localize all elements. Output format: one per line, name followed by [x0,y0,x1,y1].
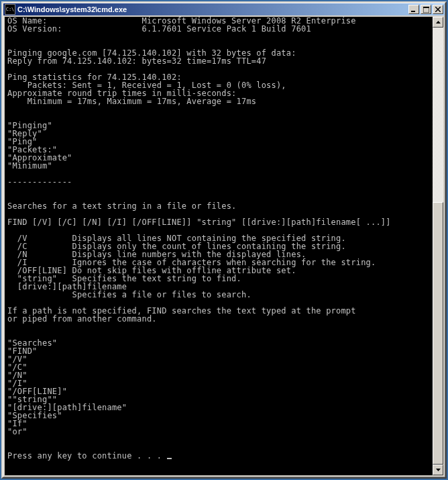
console-area: OS Name: Microsoft Windows Server 2008 R… [5,17,443,475]
svg-rect-2 [423,7,429,8]
scroll-down-button[interactable] [433,465,443,475]
console-output[interactable]: OS Name: Microsoft Windows Server 2008 R… [5,17,433,475]
scrollbar-track[interactable] [433,28,443,465]
content-wrapper: OS Name: Microsoft Windows Server 2008 R… [3,15,445,477]
close-button[interactable] [433,5,443,14]
vertical-scrollbar[interactable] [433,17,443,475]
window-controls [407,5,443,14]
window-inner: C:\ C:\Windows\system32\cmd.exe OS Name:… [3,3,445,477]
titlebar[interactable]: C:\ C:\Windows\system32\cmd.exe [3,3,445,15]
minimize-button[interactable] [408,5,419,14]
window-title: C:\Windows\system32\cmd.exe [17,5,407,13]
cmd-window: C:\ C:\Windows\system32\cmd.exe OS Name:… [1,1,447,479]
scroll-up-button[interactable] [433,17,443,28]
maximize-button[interactable] [421,5,431,14]
scrollbar-thumb[interactable] [433,202,443,465]
cmd-icon: C:\ [5,4,15,15]
svg-rect-0 [411,11,415,12]
